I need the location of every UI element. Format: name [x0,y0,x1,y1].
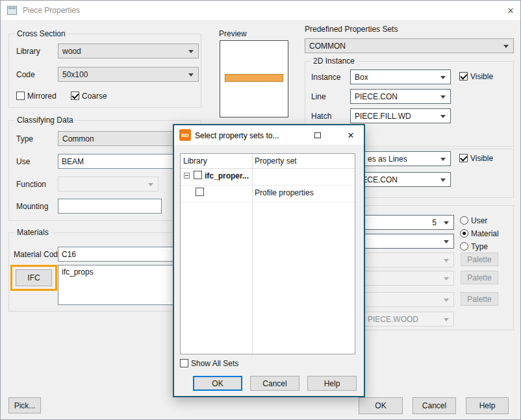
type-label: Type [16,134,33,143]
property-sets-table: Library Property set ifc_proper... Profi… [180,153,355,354]
material-radio[interactable] [460,229,468,238]
use-value: BEAM [62,157,84,166]
function-select [58,177,159,191]
modal-ok-button[interactable]: OK [193,376,242,391]
2d-visible-label: Visible [470,72,493,81]
hatch-value: PIECE.FILL.WD [355,112,411,121]
use-label: Use [16,157,30,166]
modal-title: Select property sets to... [195,131,279,140]
chevron-down-icon [444,277,449,280]
chevron-down-icon [148,183,153,186]
type-value: Common [62,134,94,143]
coarse-checkbox[interactable] [71,92,79,100]
modal-close-icon[interactable]: ✕ [339,125,362,145]
ifc-button[interactable]: IFC [16,269,52,286]
show-all-sets-checkbox[interactable] [180,359,188,367]
line-select[interactable]: PIECE.CON [350,89,451,104]
chevron-down-icon [444,240,449,243]
3d-representation-select[interactable]: es as Lines [350,151,451,166]
2d-instance-legend: 2D Instance [311,56,357,66]
ifc-props-value: ifc_props [62,267,94,277]
close-icon[interactable]: ✕ [500,1,521,20]
title-bar: Piece Properties ✕ [1,1,520,20]
modal-title-bar: BD Select property sets to... ✕ [174,125,364,145]
palette-select-3 [350,292,454,307]
chevron-down-icon [188,73,194,77]
chevron-down-icon [444,221,449,225]
mirrored-checkbox[interactable] [16,92,25,100]
maximize-button[interactable] [308,127,327,143]
profile-properties-checkbox[interactable] [196,188,204,196]
cancel-button[interactable]: Cancel [413,397,456,414]
code-select[interactable]: 50x100 [58,67,199,82]
chevron-down-icon [440,115,446,118]
library-value: wood [62,47,81,56]
predefined-sets-select[interactable]: COMMON [305,38,514,53]
display-color-select[interactable]: 5 [350,215,454,230]
mounting-field[interactable] [58,199,162,214]
app-icon [7,6,17,15]
type-radio[interactable] [460,242,468,251]
pick-button[interactable]: Pick... [8,397,41,414]
tree-collapse-icon[interactable] [184,173,190,179]
material-code-label: Material Code [14,250,62,259]
library-select[interactable]: wood [58,43,199,58]
chevron-down-icon [444,318,449,321]
code-label: Code [16,70,35,79]
palette-button-3: Palette [461,292,498,306]
show-all-sets-label: Show All Sets [191,359,238,368]
chevron-down-icon [444,259,449,262]
display-secondary-select[interactable] [350,234,454,249]
palette-button-2: Palette [461,271,498,284]
instance-select[interactable]: Box [350,69,451,84]
cross-section-legend: Cross Section [14,29,68,38]
cross-section-profile [225,74,283,82]
coarse-label: Coarse [82,92,107,101]
app-logo-icon: BD [179,129,191,141]
classifying-data-legend: Classifying Data [14,116,76,125]
code-value: 50x100 [62,70,88,79]
line-value: PIECE.CON [355,92,398,101]
instance-label: Instance [311,73,340,82]
3d-line-select[interactable]: PIECE.CON [350,172,451,187]
ifc-properties-row-label[interactable]: ifc_proper... [205,171,249,180]
hatch-select[interactable]: PIECE.FILL.WD [350,108,451,123]
wood-material-select: PIECE.WOOD [350,312,454,327]
piece-properties-dialog: Piece Properties ✕ Cross Section Library… [0,0,521,420]
palette-select-1 [350,253,454,267]
modal-help-button[interactable]: Help [307,376,357,391]
3d-visible-label: Visible [470,154,493,163]
select-property-sets-dialog: BD Select property sets to... ✕ Library … [173,124,365,397]
3d-visible-checkbox[interactable] [459,154,468,162]
ok-button[interactable]: OK [359,397,403,414]
3d-representation-value: es as Lines [368,154,407,164]
ifc-properties-checkbox[interactable] [194,171,202,179]
maximize-icon [314,132,321,138]
chevron-down-icon [503,45,509,48]
predefined-sets-value: COMMON [309,42,346,51]
row-divider [181,185,355,186]
window-title: Piece Properties [23,6,80,15]
chevron-down-icon [440,76,446,79]
materials-legend: Materials [14,228,51,237]
user-radio[interactable] [460,216,468,225]
mounting-label: Mounting [16,202,48,211]
2d-visible-checkbox[interactable] [459,72,468,80]
library-label: Library [16,47,40,56]
instance-value: Box [355,73,368,82]
mirrored-label: Mirrored [27,92,57,101]
chevron-down-icon [444,299,449,302]
material-radio-label: Material [471,229,499,238]
function-label: Function [16,180,46,189]
row-divider [181,202,355,203]
modal-cancel-button[interactable]: Cancel [250,376,299,391]
wood-material-value: PIECE.WOOD [368,315,418,324]
material-code-value: C16 [62,250,76,259]
help-button[interactable]: Help [466,397,509,414]
type-radio-label: Type [471,242,488,251]
profile-properties-label[interactable]: Profile properties [255,188,314,197]
hatch-label: Hatch [311,112,331,121]
display-color-value: 5 [432,218,437,227]
palette-button-1: Palette [461,253,498,266]
line-label: Line [311,92,326,101]
